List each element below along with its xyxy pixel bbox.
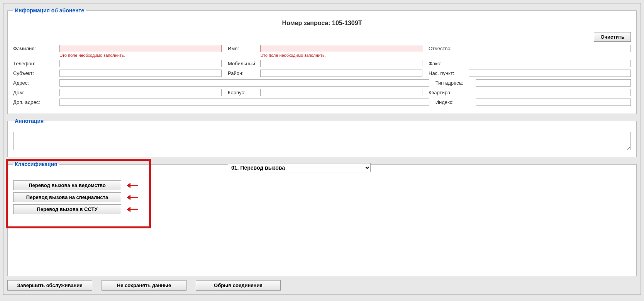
label-surname: Фамилия: (13, 45, 59, 51)
subject-input[interactable] (59, 70, 222, 77)
annotation-textarea[interactable] (13, 132, 631, 150)
name-error: Это поле необходимо заполнить. (260, 53, 422, 58)
surname-input[interactable] (59, 45, 222, 52)
label-fax: Факс: (422, 60, 469, 66)
label-building: Корпус: (222, 89, 260, 95)
classification-fieldset: Классификация 01. Перевод вызова Перевод… (7, 161, 637, 276)
fax-input[interactable] (469, 60, 631, 67)
classification-buttons: Перевод вызова на ведомство Перевод вызо… (13, 180, 631, 214)
building-input[interactable] (260, 89, 422, 96)
arrow-left-icon (127, 184, 138, 187)
label-flat: Квартира: (422, 89, 469, 95)
label-patronymic: Отчество: (422, 45, 469, 51)
add-address-input[interactable] (59, 99, 429, 106)
classification-select[interactable]: 01. Перевод вызова (228, 163, 371, 172)
classification-legend: Классификация (13, 161, 59, 167)
label-phone: Телефон: (13, 60, 59, 66)
transfer-to-sstu-button[interactable]: Перевод вызова в ССТУ (13, 204, 121, 214)
label-postcode: Индекс: (429, 99, 476, 105)
classification-wrap: Классификация 01. Перевод вызова Перевод… (7, 161, 637, 276)
surname-error: Это поле необходимо заполнить. (59, 53, 222, 58)
do-not-save-button[interactable]: Не сохранять данные (102, 280, 186, 291)
annotation-legend: Аннотация (13, 118, 45, 124)
postcode-input[interactable] (476, 99, 631, 106)
arrow-left-icon (127, 207, 138, 211)
label-district: Район: (222, 70, 260, 76)
finish-service-button[interactable]: Завершить обслуживание (7, 280, 92, 291)
transfer-to-specialist-button[interactable]: Перевод вызова на специалиста (13, 192, 121, 202)
request-number: Номер запроса: 105-1309Т (13, 20, 631, 27)
label-locality: Нас. пункт: (422, 70, 469, 76)
subscriber-form: Фамилия: Это поле необходимо заполнить. … (13, 45, 631, 106)
label-add-address: Доп. адрес: (13, 99, 59, 105)
district-input[interactable] (260, 70, 422, 77)
annotation-fieldset: Аннотация (7, 118, 637, 157)
label-address: Адрес: (13, 79, 59, 86)
app-container: Информация об абоненте Номер запроса: 10… (3, 3, 641, 295)
clear-button[interactable]: Очистить (594, 32, 631, 42)
patronymic-input[interactable] (469, 45, 631, 52)
addr-type-input[interactable] (476, 79, 631, 87)
subscriber-fieldset: Информация об абоненте Номер запроса: 10… (7, 7, 637, 114)
label-subject: Субъект: (13, 70, 59, 76)
label-house: Дом: (13, 89, 59, 95)
phone-input[interactable] (59, 60, 222, 67)
label-name: Имя: (222, 45, 260, 51)
arrow-left-icon (127, 196, 138, 199)
label-addr-type: Тип адреса: (429, 79, 476, 86)
subscriber-legend: Информация об абоненте (13, 7, 86, 14)
address-input[interactable] (59, 79, 429, 87)
locality-input[interactable] (469, 70, 631, 77)
transfer-to-dept-button[interactable]: Перевод вызова на ведомство (13, 180, 121, 190)
name-input[interactable] (260, 45, 422, 52)
bottom-button-bar: Завершить обслуживание Не сохранять данн… (7, 280, 637, 291)
flat-input[interactable] (469, 89, 631, 96)
house-input[interactable] (59, 89, 222, 96)
mobile-input[interactable] (260, 60, 422, 67)
connection-drop-button[interactable]: Обрыв соединения (196, 280, 281, 291)
label-mobile: Мобильный: (222, 60, 260, 66)
